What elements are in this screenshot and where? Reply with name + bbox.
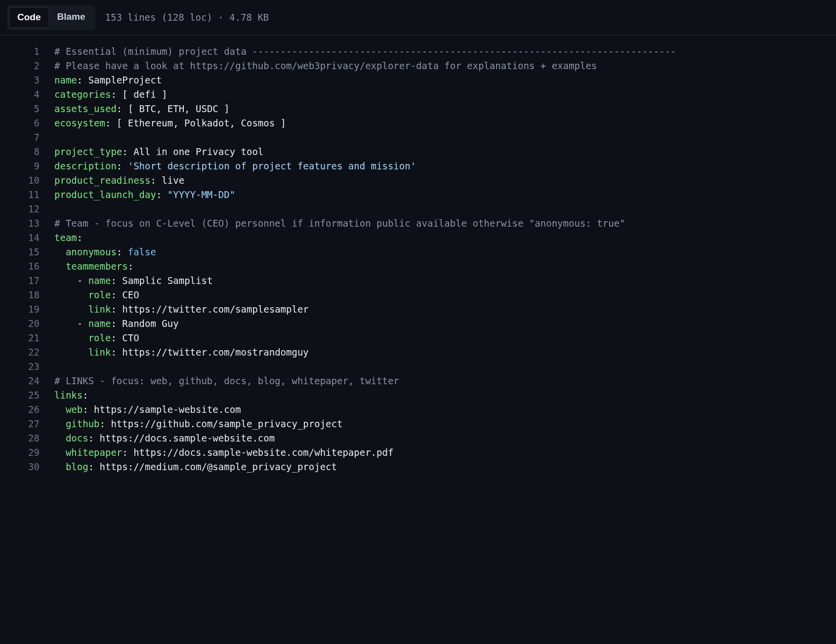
line-number: 13 xyxy=(0,216,40,231)
line-number: 3 xyxy=(0,73,40,87)
code-line: web: https://sample-website.com xyxy=(54,402,836,417)
line-number: 8 xyxy=(0,145,40,159)
code-line: # Essential (minimum) project data -----… xyxy=(54,44,836,59)
code-line: # LINKS - focus: web, github, docs, blog… xyxy=(54,374,836,388)
tab-blame[interactable]: Blame xyxy=(49,7,93,28)
code-line xyxy=(54,130,836,145)
code-line: - name: Random Guy xyxy=(54,317,836,331)
line-number: 26 xyxy=(0,402,40,417)
code-line: github: https://github.com/sample_privac… xyxy=(54,417,836,431)
line-number: 30 xyxy=(0,460,40,474)
code-content[interactable]: # Essential (minimum) project data -----… xyxy=(54,44,836,474)
code-line: name: SampleProject xyxy=(54,73,836,87)
line-number: 27 xyxy=(0,417,40,431)
line-number: 14 xyxy=(0,231,40,245)
line-number: 9 xyxy=(0,159,40,173)
code-line: product_launch_day: "YYYY-MM-DD" xyxy=(54,188,836,202)
code-viewer: 1234567891011121314151617181920212223242… xyxy=(0,36,836,474)
file-meta: 153 lines (128 loc) · 4.78 KB xyxy=(105,10,269,25)
code-line: role: CEO xyxy=(54,288,836,302)
line-number: 23 xyxy=(0,360,40,374)
code-line: product_readiness: live xyxy=(54,173,836,188)
line-number: 22 xyxy=(0,345,40,360)
line-number: 28 xyxy=(0,431,40,445)
line-number: 7 xyxy=(0,130,40,145)
code-line: - name: Samplic Samplist xyxy=(54,274,836,288)
line-number: 5 xyxy=(0,102,40,116)
code-line: role: CTO xyxy=(54,331,836,345)
line-number: 15 xyxy=(0,245,40,259)
line-number: 20 xyxy=(0,317,40,331)
code-line: description: 'Short description of proje… xyxy=(54,159,836,173)
view-tab-group: Code Blame xyxy=(7,5,95,30)
line-number: 21 xyxy=(0,331,40,345)
line-number: 24 xyxy=(0,374,40,388)
code-line: whitepaper: https://docs.sample-website.… xyxy=(54,445,836,460)
line-number: 19 xyxy=(0,302,40,317)
line-number: 10 xyxy=(0,173,40,188)
line-number: 17 xyxy=(0,274,40,288)
code-line: ecosystem: [ Ethereum, Polkadot, Cosmos … xyxy=(54,116,836,130)
code-line: link: https://twitter.com/samplesampler xyxy=(54,302,836,317)
code-line: links: xyxy=(54,388,836,402)
code-line xyxy=(54,202,836,216)
code-line: link: https://twitter.com/mostrandomguy xyxy=(54,345,836,360)
line-number: 6 xyxy=(0,116,40,130)
line-number: 16 xyxy=(0,259,40,274)
line-number-gutter: 1234567891011121314151617181920212223242… xyxy=(0,44,54,474)
code-line xyxy=(54,360,836,374)
line-number: 25 xyxy=(0,388,40,402)
code-line: # Team - focus on C-Level (CEO) personne… xyxy=(54,216,836,231)
line-number: 4 xyxy=(0,87,40,102)
code-line: team: xyxy=(54,231,836,245)
code-line: blog: https://medium.com/@sample_privacy… xyxy=(54,460,836,474)
file-toolbar: Code Blame 153 lines (128 loc) · 4.78 KB xyxy=(0,0,836,36)
code-line: anonymous: false xyxy=(54,245,836,259)
line-number: 2 xyxy=(0,59,40,73)
line-number: 12 xyxy=(0,202,40,216)
code-line: teammembers: xyxy=(54,259,836,274)
line-number: 1 xyxy=(0,44,40,59)
code-line: categories: [ defi ] xyxy=(54,87,836,102)
code-line: docs: https://docs.sample-website.com xyxy=(54,431,836,445)
line-number: 29 xyxy=(0,445,40,460)
line-number: 11 xyxy=(0,188,40,202)
code-line: # Please have a look at https://github.c… xyxy=(54,59,836,73)
line-number: 18 xyxy=(0,288,40,302)
code-line: assets_used: [ BTC, ETH, USDC ] xyxy=(54,102,836,116)
tab-code[interactable]: Code xyxy=(9,7,49,28)
code-line: project_type: All in one Privacy tool xyxy=(54,145,836,159)
